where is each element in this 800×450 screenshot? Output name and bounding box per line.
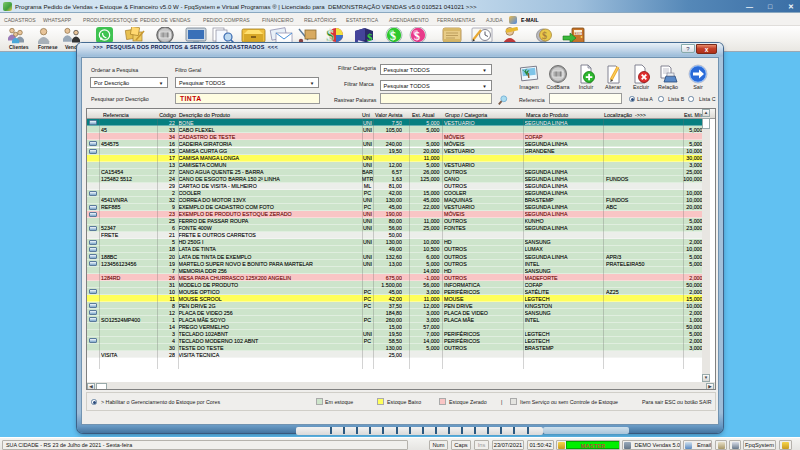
svg-text:$: $: [542, 30, 547, 41]
svg-text:$: $: [326, 27, 334, 44]
svg-text:EXIT: EXIT: [575, 32, 584, 36]
svg-text:$: $: [390, 29, 396, 43]
svg-text:$: $: [414, 29, 420, 43]
